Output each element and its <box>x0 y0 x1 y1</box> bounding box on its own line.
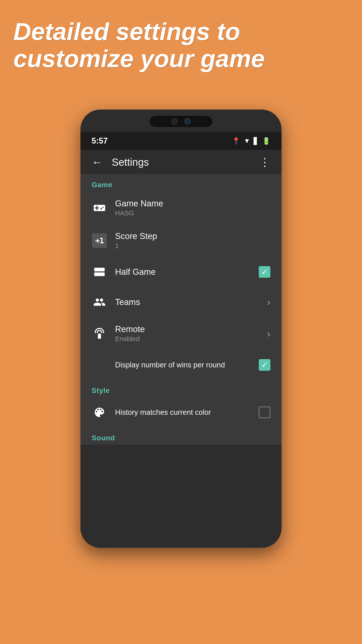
half-game-checkbox[interactable]: ✓ <box>259 266 270 278</box>
gamepad-icon <box>92 200 107 216</box>
battery-icon: 🔋 <box>262 137 270 145</box>
remote-text: Remote Enabled <box>115 324 259 342</box>
settings-item-history-color[interactable]: History matches current color <box>80 397 282 428</box>
svg-rect-0 <box>94 268 105 271</box>
wins-placeholder-icon <box>92 357 107 373</box>
score-step-text: Score Step 1 <box>115 232 270 250</box>
wifi-icon: ▼ <box>244 137 250 145</box>
app-bar: ← Settings ⋮ <box>80 150 282 174</box>
settings-item-half-game[interactable]: Half Game ✓ <box>80 257 282 287</box>
game-name-text: Game Name HASG <box>115 199 270 217</box>
history-color-checkbox[interactable] <box>259 406 270 418</box>
settings-item-remote[interactable]: Remote Enabled › <box>80 317 282 350</box>
remote-icon <box>92 326 107 342</box>
half-game-text: Half Game <box>115 267 251 277</box>
settings-item-game-name[interactable]: Game Name HASG <box>80 192 282 224</box>
chevron-right-icon-2: › <box>267 328 270 339</box>
settings-item-teams[interactable]: Teams › <box>80 287 282 317</box>
status-time: 5:57 <box>92 136 108 146</box>
settings-content: Game Game Name HASG + <box>80 174 282 445</box>
section-game-header: Game <box>80 174 282 192</box>
checkbox-unchecked-icon <box>259 406 270 418</box>
location-icon: 📍 <box>232 137 240 145</box>
wins-per-round-checkbox[interactable]: ✓ <box>259 359 270 371</box>
half-game-icon <box>92 264 107 280</box>
palette-icon <box>92 404 107 420</box>
teams-text: Teams <box>115 298 259 307</box>
camera-dot-main <box>184 118 191 124</box>
teams-icon <box>92 294 107 310</box>
app-bar-title: Settings <box>112 156 250 168</box>
more-button[interactable]: ⋮ <box>257 154 273 171</box>
teams-chevron: › <box>267 296 270 308</box>
page-title: Detailed settings to customize your game <box>13 18 349 72</box>
wins-per-round-text: Display number of wins per round <box>115 361 251 369</box>
remote-chevron: › <box>267 328 270 339</box>
back-button[interactable]: ← <box>89 154 105 171</box>
settings-item-wins-per-round[interactable]: Display number of wins per round ✓ <box>80 350 282 380</box>
phone-mockup: 5:57 📍 ▼ ▋ 🔋 ← Settings ⋮ Game <box>80 110 282 557</box>
section-sound-header: Sound <box>80 428 282 445</box>
chevron-right-icon: › <box>267 296 270 308</box>
svg-point-3 <box>99 334 100 336</box>
signal-icon: ▋ <box>254 137 259 145</box>
checkbox-checked-icon: ✓ <box>259 266 270 278</box>
status-bar: 5:57 📍 ▼ ▋ 🔋 <box>80 132 282 150</box>
score-step-icon: +1 <box>92 233 107 248</box>
settings-item-score-step[interactable]: +1 Score Step 1 <box>80 224 282 257</box>
camera-dot-small <box>171 118 178 124</box>
phone-body: 5:57 📍 ▼ ▋ 🔋 ← Settings ⋮ Game <box>80 110 282 548</box>
checkbox-wins-icon: ✓ <box>259 359 270 371</box>
phone-camera <box>150 116 212 127</box>
section-style-header: Style <box>80 380 282 397</box>
status-icons: 📍 ▼ ▋ 🔋 <box>232 137 270 145</box>
phone-screen: 5:57 📍 ▼ ▋ 🔋 ← Settings ⋮ Game <box>80 110 282 548</box>
history-color-text: History matches current color <box>115 408 251 416</box>
svg-rect-1 <box>94 272 105 276</box>
